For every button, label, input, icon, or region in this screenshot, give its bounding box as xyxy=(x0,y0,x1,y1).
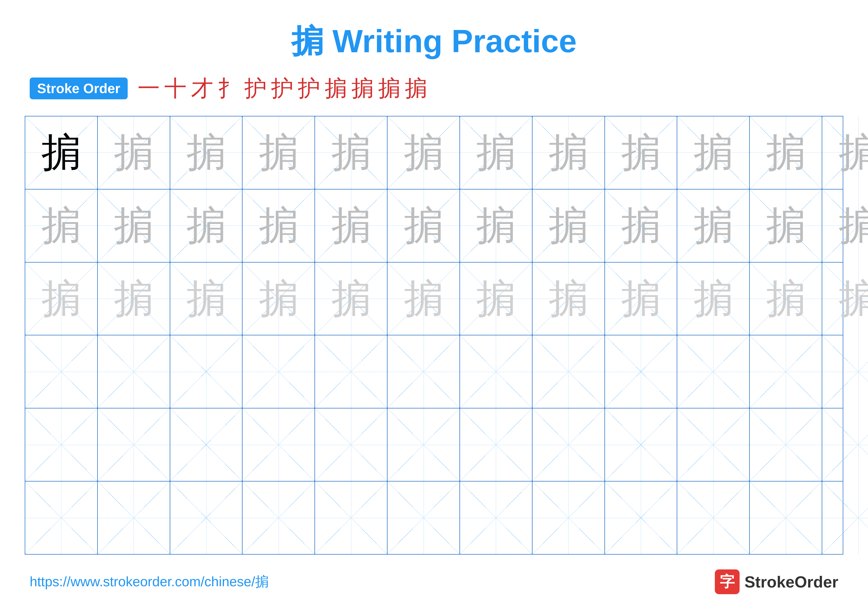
grid-cell-4-2[interactable] xyxy=(98,335,170,408)
grid-cell-1-1[interactable]: 掮 xyxy=(25,117,98,189)
grid-cell-4-11[interactable] xyxy=(750,335,822,408)
grid-cell-2-2[interactable]: 掮 xyxy=(98,190,170,262)
grid-cell-5-12[interactable] xyxy=(822,409,868,481)
grid-cell-1-4[interactable]: 掮 xyxy=(242,117,315,189)
footer: https://www.strokeorder.com/chinese/掮 字 … xyxy=(25,569,843,594)
page-title: 掮 Writing Practice xyxy=(291,20,577,64)
grid-cell-6-5[interactable] xyxy=(315,482,388,554)
grid-cell-6-8[interactable] xyxy=(532,482,605,554)
stroke-order-badge: Stroke Order xyxy=(30,78,128,99)
grid-cell-1-2[interactable]: 掮 xyxy=(98,117,170,189)
grid-cell-1-8[interactable]: 掮 xyxy=(532,117,605,189)
grid-row-6 xyxy=(25,482,843,554)
grid-row-1: 掮 掮 掮 掮 掮 掮 掮 掮 掮 掮 掮 掮 掮 xyxy=(25,117,843,190)
grid-cell-1-9[interactable]: 掮 xyxy=(605,117,677,189)
grid-cell-3-2[interactable]: 掮 xyxy=(98,263,170,335)
grid-cell-3-12[interactable]: 掮 xyxy=(822,263,868,335)
logo-text: StrokeOrder xyxy=(744,573,838,591)
practice-grid: 掮 掮 掮 掮 掮 掮 掮 掮 掮 掮 掮 掮 掮 掮 掮 掮 掮 掮 掮 掮 … xyxy=(25,116,843,555)
grid-cell-6-7[interactable] xyxy=(460,482,532,554)
grid-cell-2-4[interactable]: 掮 xyxy=(242,190,315,262)
grid-cell-6-11[interactable] xyxy=(750,482,822,554)
grid-cell-6-6[interactable] xyxy=(388,482,460,554)
grid-cell-5-9[interactable] xyxy=(605,409,677,481)
grid-cell-3-8[interactable]: 掮 xyxy=(532,263,605,335)
grid-cell-1-11[interactable]: 掮 xyxy=(750,117,822,189)
grid-row-3: 掮 掮 掮 掮 掮 掮 掮 掮 掮 掮 掮 掮 掮 xyxy=(25,263,843,336)
grid-cell-2-1[interactable]: 掮 xyxy=(25,190,98,262)
grid-cell-5-3[interactable] xyxy=(170,409,243,481)
grid-cell-4-3[interactable] xyxy=(170,335,243,408)
grid-cell-6-4[interactable] xyxy=(242,482,315,554)
grid-cell-4-4[interactable] xyxy=(242,335,315,408)
grid-cell-3-6[interactable]: 掮 xyxy=(388,263,460,335)
footer-logo: 字 StrokeOrder xyxy=(715,569,838,594)
grid-cell-4-9[interactable] xyxy=(605,335,677,408)
grid-cell-3-11[interactable]: 掮 xyxy=(750,263,822,335)
logo-icon: 字 xyxy=(715,569,739,594)
grid-cell-4-12[interactable] xyxy=(822,335,868,408)
stroke-sequence: 一 十 才 扌 护 护 护 掮 掮 掮 掮 xyxy=(138,73,427,104)
grid-cell-3-9[interactable]: 掮 xyxy=(605,263,677,335)
grid-cell-5-2[interactable] xyxy=(98,409,170,481)
grid-cell-4-6[interactable] xyxy=(388,335,460,408)
grid-cell-3-3[interactable]: 掮 xyxy=(170,263,243,335)
grid-cell-2-10[interactable]: 掮 xyxy=(677,190,750,262)
grid-cell-1-10[interactable]: 掮 xyxy=(677,117,750,189)
stroke-order-row: Stroke Order 一 十 才 扌 护 护 护 掮 掮 掮 掮 xyxy=(25,73,843,104)
grid-cell-2-3[interactable]: 掮 xyxy=(170,190,243,262)
grid-cell-3-10[interactable]: 掮 xyxy=(677,263,750,335)
grid-row-5 xyxy=(25,409,843,482)
grid-cell-2-7[interactable]: 掮 xyxy=(460,190,532,262)
grid-cell-3-7[interactable]: 掮 xyxy=(460,263,532,335)
grid-cell-5-11[interactable] xyxy=(750,409,822,481)
title-char: 掮 Writing Practice xyxy=(291,23,577,59)
grid-cell-6-3[interactable] xyxy=(170,482,243,554)
grid-cell-5-1[interactable] xyxy=(25,409,98,481)
grid-cell-6-9[interactable] xyxy=(605,482,677,554)
grid-cell-5-7[interactable] xyxy=(460,409,532,481)
page: 掮 Writing Practice Stroke Order 一 十 才 扌 … xyxy=(0,0,868,614)
grid-cell-6-10[interactable] xyxy=(677,482,750,554)
grid-cell-1-5[interactable]: 掮 xyxy=(315,117,388,189)
grid-cell-6-12[interactable] xyxy=(822,482,868,554)
grid-cell-5-10[interactable] xyxy=(677,409,750,481)
grid-cell-2-5[interactable]: 掮 xyxy=(315,190,388,262)
grid-cell-3-4[interactable]: 掮 xyxy=(242,263,315,335)
grid-row-4 xyxy=(25,335,843,409)
grid-cell-6-2[interactable] xyxy=(98,482,170,554)
grid-row-2: 掮 掮 掮 掮 掮 掮 掮 掮 掮 掮 掮 掮 掮 xyxy=(25,190,843,263)
grid-cell-6-1[interactable] xyxy=(25,482,98,554)
grid-cell-3-1[interactable]: 掮 xyxy=(25,263,98,335)
grid-cell-2-12[interactable]: 掮 xyxy=(822,190,868,262)
grid-cell-4-1[interactable] xyxy=(25,335,98,408)
grid-cell-1-12[interactable]: 掮 xyxy=(822,117,868,189)
grid-cell-1-3[interactable]: 掮 xyxy=(170,117,243,189)
grid-cell-1-7[interactable]: 掮 xyxy=(460,117,532,189)
grid-cell-2-6[interactable]: 掮 xyxy=(388,190,460,262)
grid-cell-5-4[interactable] xyxy=(242,409,315,481)
grid-cell-5-5[interactable] xyxy=(315,409,388,481)
grid-cell-3-5[interactable]: 掮 xyxy=(315,263,388,335)
grid-cell-4-5[interactable] xyxy=(315,335,388,408)
grid-cell-5-8[interactable] xyxy=(532,409,605,481)
grid-cell-2-11[interactable]: 掮 xyxy=(750,190,822,262)
grid-cell-2-8[interactable]: 掮 xyxy=(532,190,605,262)
grid-cell-1-6[interactable]: 掮 xyxy=(388,117,460,189)
grid-cell-5-6[interactable] xyxy=(388,409,460,481)
grid-cell-4-8[interactable] xyxy=(532,335,605,408)
grid-cell-2-9[interactable]: 掮 xyxy=(605,190,677,262)
grid-cell-4-7[interactable] xyxy=(460,335,532,408)
grid-cell-4-10[interactable] xyxy=(677,335,750,408)
footer-url: https://www.strokeorder.com/chinese/掮 xyxy=(30,573,269,591)
